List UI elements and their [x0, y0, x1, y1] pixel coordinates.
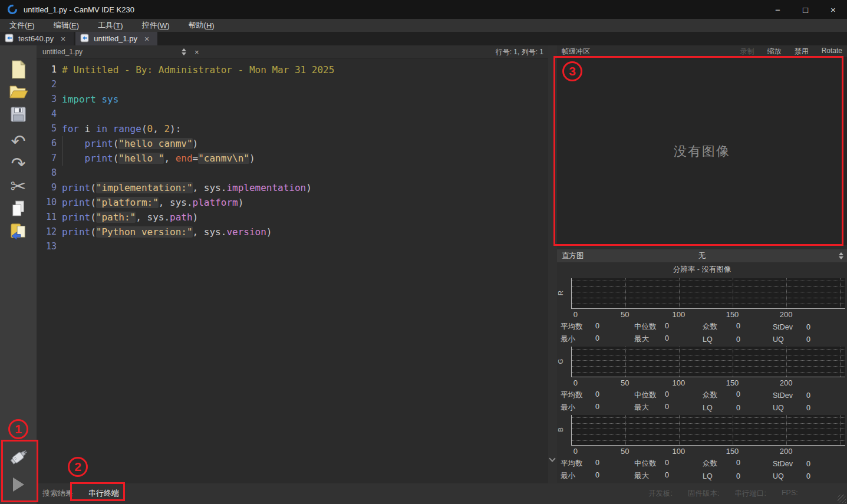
stat-value: 0 [806, 391, 810, 400]
minimize-button[interactable]: − [764, 0, 792, 19]
stat-value: 0 [736, 322, 740, 332]
stat-中位数: 中位数0 [634, 322, 703, 332]
code-text: print("implementation:", sys.implementat… [62, 180, 312, 195]
stat-label: 中位数 [634, 322, 665, 332]
paste-icon [9, 222, 27, 240]
paste-button[interactable] [5, 220, 31, 242]
stat-value: 0 [806, 323, 810, 331]
close-button[interactable]: × [819, 0, 847, 19]
editor-close-icon[interactable]: × [195, 48, 199, 57]
gridline-v [625, 347, 626, 377]
histogram-colorspace-select[interactable]: 无 [557, 251, 847, 261]
frame-buffer-button-3[interactable]: Rotate [822, 47, 842, 57]
stat-label: 最小 [561, 334, 595, 344]
code-line: 1# Untitled - By: Administrator - Mon Ma… [37, 62, 548, 77]
code-line: 13 [37, 239, 548, 254]
undo-button[interactable]: ↶ [5, 130, 31, 153]
code-text: print("Python version:", sys.version) [62, 225, 272, 239]
code-text: print("hello canmv") [62, 136, 198, 151]
x-tick-label: 200 [780, 447, 793, 456]
menu-item-1[interactable]: 编辑(E) [44, 19, 88, 32]
stat-value: 0 [595, 403, 599, 413]
open-folder-icon [8, 83, 28, 101]
open-file-button[interactable] [5, 81, 31, 103]
histogram-chart-B: B [557, 414, 845, 446]
channel-label: R [557, 291, 564, 295]
copy-button[interactable] [5, 197, 31, 220]
stat-label: UQ [773, 472, 806, 480]
stat-value: 0 [806, 404, 810, 412]
code-text: print("hello ", end="canmv\n") [62, 151, 255, 166]
x-tick-label: 0 [574, 447, 578, 456]
save-file-button[interactable] [5, 103, 31, 126]
gridline-v [625, 415, 626, 445]
gridline-h [572, 417, 845, 418]
tab-close-icon[interactable]: × [58, 34, 68, 44]
gridline-v [786, 415, 787, 445]
annotation-circle-2: 2 [68, 457, 88, 477]
new-file-icon [10, 60, 27, 79]
stat-label: 平均数 [561, 459, 595, 469]
editor-filename: untitled_1.py [42, 48, 83, 56]
stats-row: 平均数0中位数0众数0StDev0 [561, 457, 847, 470]
x-tick-label: 0 [574, 310, 578, 319]
stat-label: 众数 [703, 322, 736, 332]
menu-bar: 文件(F)编辑(E)工具(T)控件(W)帮助(H) [0, 19, 847, 32]
document-tab-0[interactable]: test640.py× [0, 32, 74, 45]
status-label-3: FPS: [782, 489, 798, 499]
line-number: 4 [37, 107, 57, 121]
new-file-button[interactable] [5, 58, 31, 81]
code-line: 10print("platform:", sys.platform) [37, 195, 548, 210]
file-switcher-spinner-icon[interactable] [182, 48, 186, 55]
gridline-h [572, 440, 845, 441]
gridline-v [840, 278, 841, 308]
redo-button[interactable]: ↷ [5, 153, 31, 175]
menu-item-4[interactable]: 帮助(H) [179, 19, 224, 32]
frame-buffer-button-2[interactable]: 禁用 [795, 47, 809, 57]
cut-button[interactable]: ✂ [5, 175, 31, 197]
histogram-header[interactable]: 无 直方图 [557, 249, 847, 262]
code-line: 8 [37, 166, 548, 180]
line-number: 5 [37, 121, 57, 136]
frame-buffer-button-1[interactable]: 缩放 [767, 47, 782, 57]
x-tick-label: 100 [672, 310, 685, 319]
canmv-ide-window: untitled_1.py - CanMV IDE K230 − □ × 文件(… [0, 0, 847, 504]
stat-最小: 最小0 [561, 403, 634, 413]
gridline-h [572, 298, 845, 298]
stat-value: 0 [665, 322, 669, 332]
scroll-down-icon[interactable] [549, 455, 555, 462]
resize-grip[interactable] [838, 495, 846, 503]
menu-item-2[interactable]: 工具(T) [88, 19, 133, 32]
code-text: import sys [62, 92, 118, 107]
gridline-v [786, 347, 787, 377]
gridline-h [572, 286, 845, 287]
stat-value: 0 [736, 404, 740, 412]
channel-label: B [557, 427, 564, 432]
line-number: 3 [37, 92, 57, 107]
code-line: 4 [37, 107, 548, 121]
save-icon [10, 106, 27, 123]
tab-label: untitled_1.py [94, 34, 137, 43]
x-tick-label: 50 [621, 378, 629, 387]
tab-close-icon[interactable]: × [142, 34, 151, 44]
x-tick-label: 150 [726, 378, 739, 387]
stat-最小: 最小0 [561, 334, 634, 344]
stat-众数: 众数0 [703, 390, 773, 400]
code-text: print("path:", sys.path) [62, 210, 198, 225]
app-logo-icon [7, 4, 18, 15]
document-tab-1[interactable]: untitled_1.py× [75, 32, 157, 45]
code-editor[interactable]: 1# Untitled - By: Administrator - Mon Ma… [37, 59, 548, 483]
stat-label: 中位数 [634, 459, 665, 469]
stat-中位数: 中位数0 [634, 459, 703, 469]
gridline-v [840, 415, 841, 445]
stat-平均数: 平均数0 [561, 322, 634, 332]
stat-最大: 最大0 [634, 471, 703, 481]
stat-label: 最小 [561, 403, 595, 413]
maximize-button[interactable]: □ [792, 0, 819, 19]
stat-label: StDev [773, 323, 806, 331]
menu-item-0[interactable]: 文件(F) [0, 19, 44, 32]
channel-block-G: G050100150200平均数0中位数0众数0StDev0最小0最大0LQ0U… [557, 345, 847, 414]
stat-value: 0 [665, 390, 669, 400]
code-line: 12print("Python version:", sys.version) [37, 225, 548, 239]
menu-item-3[interactable]: 控件(W) [133, 19, 179, 32]
